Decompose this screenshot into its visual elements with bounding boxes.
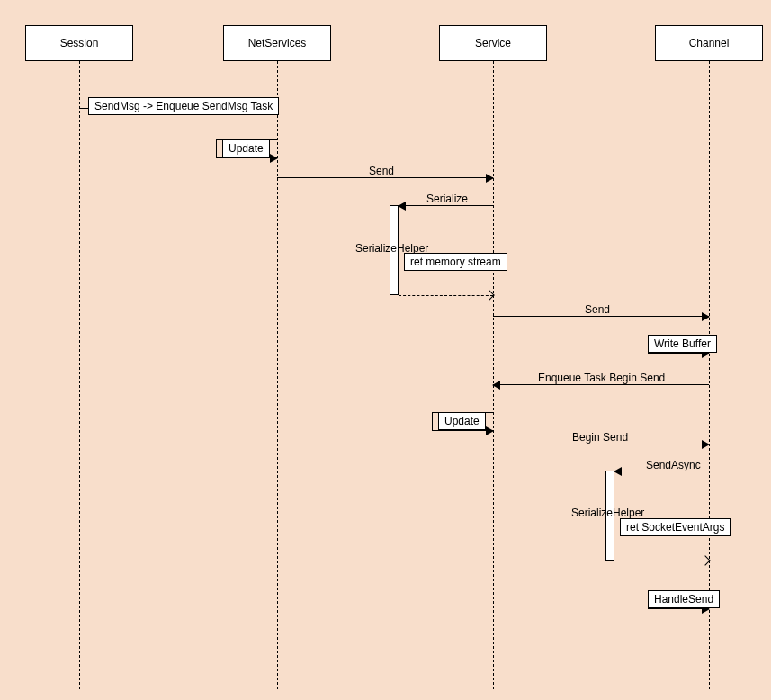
sequence-diagram: Session NetServices Service Channel Send… — [0, 0, 771, 700]
msg-ret-memory-stream — [399, 295, 493, 296]
participant-session: Session — [25, 25, 133, 61]
label-ret-memory-stream: ret memory stream — [404, 253, 507, 271]
message-label: Update — [229, 142, 264, 155]
label-write-buffer: Write Buffer — [648, 335, 717, 353]
msg-ret-socket-event-args — [614, 561, 709, 561]
label-sendmsg-enqueue: SendMsg -> Enqueue SendMsg Task — [88, 97, 279, 115]
self-update2-stub — [432, 412, 433, 430]
message-label: Begin Send — [572, 431, 628, 444]
label-update1: Update — [222, 139, 270, 157]
label-send-async: SendAsync — [646, 459, 701, 471]
message-label: ret memory stream — [410, 256, 501, 268]
label-send1: Send — [369, 165, 394, 177]
label-handle-send: HandleSend — [648, 590, 720, 608]
message-label: Send — [369, 165, 394, 177]
lifeline-session — [79, 61, 80, 689]
message-label: ret SocketEventArgs — [626, 521, 724, 534]
msg-serialize — [399, 205, 493, 206]
self-update1-bottom — [216, 157, 277, 158]
message-label: SerializeHelper — [571, 507, 644, 519]
lifeline-service — [493, 61, 494, 689]
message-label: Enqueue Task Begin Send — [538, 372, 665, 384]
msg-enqueue-begin-send — [493, 384, 709, 385]
message-label: Send — [585, 303, 610, 316]
message-label: Write Buffer — [654, 337, 711, 350]
label-begin-send: Begin Send — [572, 431, 628, 444]
self-handlesend-bottom — [648, 608, 709, 609]
participant-label: Session — [60, 37, 99, 49]
message-label: SendMsg -> Enqueue SendMsg Task — [94, 100, 273, 112]
message-label: Update — [444, 415, 480, 427]
participant-label: Service — [475, 37, 511, 49]
label-update2: Update — [438, 412, 486, 430]
message-label: Serialize — [426, 193, 468, 205]
label-serialize-helper2: SerializeHelper — [571, 507, 644, 519]
participant-netservices: NetServices — [223, 25, 331, 61]
self-update1-stub — [216, 139, 217, 157]
participant-label: NetServices — [248, 37, 307, 49]
participant-label: Channel — [689, 37, 730, 49]
msg-send1 — [277, 177, 493, 178]
label-send2: Send — [585, 303, 610, 316]
label-ret-socket-event-args: ret SocketEventArgs — [620, 518, 731, 536]
label-serialize: Serialize — [426, 193, 468, 205]
message-label: SendAsync — [646, 459, 701, 471]
msg-send2 — [493, 316, 709, 317]
message-label: HandleSend — [654, 593, 713, 606]
label-enqueue-begin-send: Enqueue Task Begin Send — [538, 372, 665, 384]
self-update2-bottom — [432, 430, 493, 431]
self-writebuffer-bottom — [648, 353, 709, 354]
msg-begin-send — [493, 444, 709, 444]
participant-service: Service — [439, 25, 547, 61]
participant-channel: Channel — [655, 25, 763, 61]
